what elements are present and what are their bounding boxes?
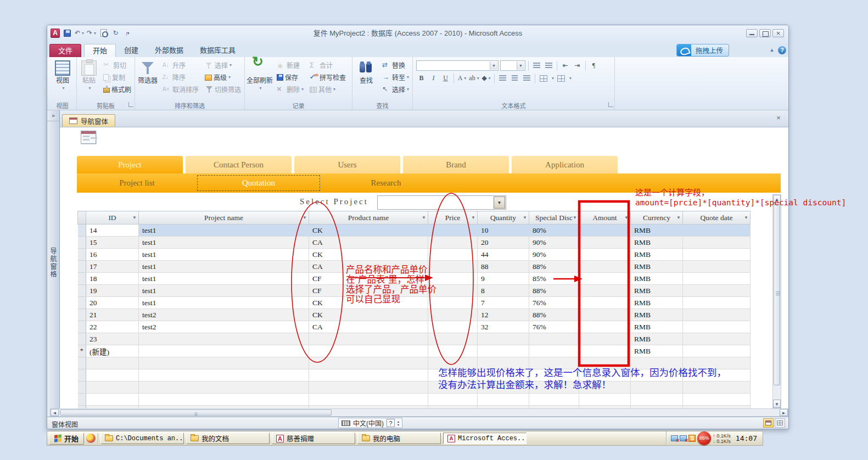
grid-cell[interactable]: [683, 261, 751, 273]
grid-cell[interactable]: [478, 333, 529, 345]
grid-cell[interactable]: 18: [86, 273, 139, 285]
grid-cell[interactable]: [309, 333, 428, 345]
grid-cell[interactable]: 88%: [529, 261, 579, 273]
grid-cell[interactable]: CA: [309, 261, 428, 273]
network-disconnected-icon[interactable]: [671, 435, 678, 441]
grid-cell[interactable]: [683, 225, 751, 237]
scroll-left-icon[interactable]: ◄: [51, 409, 59, 416]
grid-cell[interactable]: [579, 297, 631, 309]
grid-cell[interactable]: [683, 297, 751, 309]
column-header-quantity[interactable]: Quantity▼: [478, 211, 529, 225]
horizontal-scrollbar[interactable]: ◄ ►: [50, 408, 788, 417]
italic-button[interactable]: I: [428, 73, 439, 83]
font-name-combo[interactable]: ▼: [416, 60, 499, 71]
ribbon-button-删除[interactable]: 删除▾: [275, 83, 306, 95]
maximize-button[interactable]: [759, 29, 771, 37]
align-left-button[interactable]: [497, 73, 508, 83]
grid-cell[interactable]: test1: [139, 225, 309, 237]
grid-cell[interactable]: [683, 309, 751, 321]
grid-cell[interactable]: test2: [139, 309, 309, 321]
form-subtab-quotation[interactable]: Quotation: [197, 173, 320, 193]
ribbon-button-取消排序[interactable]: 取消排序: [160, 83, 201, 95]
ribbon-button-替换[interactable]: 替换: [380, 59, 411, 71]
scroll-up-icon[interactable]: ▲: [773, 195, 781, 203]
vertical-scrollbar[interactable]: ▲ ▼: [772, 194, 781, 408]
grid-cell[interactable]: [428, 249, 478, 261]
column-header-project-name[interactable]: Project name▼: [139, 211, 309, 225]
horizontal-scroll-thumb[interactable]: [60, 409, 332, 416]
grid-cell[interactable]: CK: [309, 225, 428, 237]
grid-cell[interactable]: [579, 261, 631, 273]
grid-cell[interactable]: [683, 285, 751, 297]
grid-cell[interactable]: [309, 345, 428, 357]
grid-cell[interactable]: 88%: [529, 309, 579, 321]
ribbon-tab-创建[interactable]: 创建: [116, 44, 147, 57]
collapse-ribbon-icon[interactable]: ▲: [768, 47, 776, 54]
column-header-product-name[interactable]: Product name▼: [309, 211, 428, 225]
scroll-right-icon[interactable]: ►: [780, 409, 788, 416]
column-dropdown-icon[interactable]: ▼: [744, 215, 748, 220]
grid-cell[interactable]: test1: [139, 249, 309, 261]
grid-cell[interactable]: [579, 273, 631, 285]
ribbon-button-新建[interactable]: 新建: [275, 59, 306, 71]
ribbon-button-全部刷新[interactable]: 全部刷新▾: [247, 59, 273, 92]
grid-cell[interactable]: [428, 225, 478, 237]
grid-cell[interactable]: CK: [309, 309, 428, 321]
ribbon-button-高级[interactable]: 高级▾: [203, 71, 243, 83]
ribbon-button-降序[interactable]: 降序: [160, 71, 201, 83]
grid-cell[interactable]: test1: [139, 285, 309, 297]
grid-cell[interactable]: [579, 249, 631, 261]
close-button[interactable]: [772, 29, 784, 37]
grid-cell[interactable]: RMB: [631, 321, 683, 333]
gridlines-button[interactable]: [538, 73, 548, 83]
grid-cell[interactable]: 32: [478, 321, 529, 333]
grid-cell[interactable]: RMB: [631, 237, 683, 249]
grid-cell[interactable]: 23: [86, 333, 139, 345]
start-button[interactable]: 开始: [49, 433, 84, 445]
grid-cell[interactable]: 22: [86, 321, 139, 333]
grid-cell[interactable]: [139, 345, 309, 357]
column-dropdown-icon[interactable]: ▼: [303, 215, 307, 220]
align-right-button[interactable]: [522, 73, 532, 83]
grid-cell[interactable]: [683, 321, 751, 333]
grid-cell[interactable]: 9: [478, 273, 529, 285]
ribbon-button-选择[interactable]: 选择▾: [203, 59, 243, 71]
record-selector[interactable]: [78, 249, 86, 261]
grid-cell[interactable]: 7: [478, 297, 529, 309]
taskbar-clock[interactable]: 14:07: [736, 434, 757, 442]
messenger-icon[interactable]: [86, 434, 96, 443]
grid-cell[interactable]: [478, 345, 529, 357]
column-dropdown-icon[interactable]: ▼: [676, 215, 681, 220]
ribbon-button-合计[interactable]: 合计: [307, 59, 348, 71]
security-score-badge[interactable]: 86%: [697, 431, 711, 445]
record-selector[interactable]: [78, 237, 86, 249]
new-record-selector[interactable]: *: [78, 345, 86, 357]
record-selector[interactable]: [78, 225, 86, 237]
ribbon-tab-外部数据[interactable]: 外部数据: [147, 44, 192, 57]
grid-cell[interactable]: CA: [309, 237, 428, 249]
bold-button[interactable]: B: [416, 73, 427, 83]
form-view-button[interactable]: [763, 418, 774, 428]
grid-cell[interactable]: (新建): [86, 345, 139, 357]
form-tab-users[interactable]: Users: [294, 156, 400, 173]
grid-cell[interactable]: RMB: [631, 345, 683, 357]
form-subtab-research[interactable]: Research: [320, 173, 452, 193]
column-header-price[interactable]: Price▼: [428, 211, 478, 225]
record-selector[interactable]: [78, 321, 86, 333]
alternate-row-color-button[interactable]: [556, 73, 566, 83]
grid-cell[interactable]: [529, 333, 579, 345]
ribbon-button-升序[interactable]: 升序: [160, 59, 201, 71]
taskbar-button-C-Documents-an-[interactable]: C:\Documents an...: [100, 433, 184, 444]
navigation-pane-shutter[interactable]: » 导航窗格: [47, 110, 60, 417]
drag-upload-button[interactable]: 拖拽上传: [676, 44, 729, 57]
size-combo-arrow-icon[interactable]: ▼: [517, 61, 524, 70]
column-header-currency[interactable]: Currency▼: [631, 211, 683, 225]
column-header-amount[interactable]: Amount▼: [579, 211, 631, 225]
grid-cell[interactable]: [579, 237, 631, 249]
ribbon-button-复制[interactable]: 复制: [101, 71, 133, 83]
dialog-launcher-icon[interactable]: [608, 102, 613, 107]
column-dropdown-icon[interactable]: ▼: [573, 215, 577, 220]
grid-cell[interactable]: [579, 309, 631, 321]
ribbon-button-选择[interactable]: 选择▾: [380, 83, 411, 95]
grid-cell[interactable]: [683, 249, 751, 261]
